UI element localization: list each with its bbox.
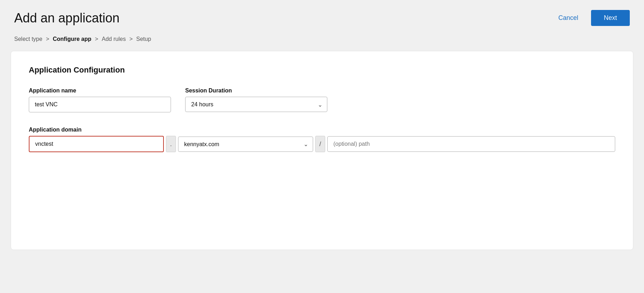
breadcrumb-sep-2: >	[95, 36, 98, 42]
domain-prefix-input[interactable]	[29, 136, 164, 152]
main-content: Application Configuration Application na…	[0, 51, 644, 261]
domain-select[interactable]: kennyatx.com	[178, 137, 313, 152]
form-row-top: Application name Session Duration 1 hour…	[29, 87, 615, 112]
domain-row: . kennyatx.com ⌄ /	[29, 136, 615, 152]
header-actions: Cancel Next	[553, 10, 630, 26]
next-button[interactable]: Next	[591, 10, 630, 26]
app-name-label: Application name	[29, 87, 171, 94]
domain-select-wrapper: kennyatx.com ⌄	[178, 137, 313, 152]
session-duration-label: Session Duration	[185, 87, 327, 94]
app-domain-label: Application domain	[29, 127, 615, 133]
app-name-group: Application name	[29, 87, 171, 112]
breadcrumb-configure-app: Configure app	[53, 36, 91, 42]
app-domain-group: Application domain . kennyatx.com ⌄ /	[29, 127, 615, 152]
domain-dot-separator: .	[166, 136, 176, 152]
breadcrumb-sep-3: >	[129, 36, 133, 42]
domain-slash-separator: /	[315, 136, 325, 152]
session-duration-select[interactable]: 1 hour 8 hours 24 hours 7 days 30 days	[185, 97, 327, 112]
domain-prefix-wrapper	[29, 136, 164, 152]
cancel-button[interactable]: Cancel	[553, 11, 584, 25]
breadcrumb-setup: Setup	[136, 36, 151, 42]
breadcrumb: Select type > Configure app > Add rules …	[0, 33, 644, 51]
session-duration-select-wrapper: 1 hour 8 hours 24 hours 7 days 30 days ⌄	[185, 97, 327, 112]
page-header: Add an application Cancel Next	[0, 0, 644, 33]
page-title: Add an application	[14, 11, 119, 26]
domain-path-input[interactable]	[327, 136, 615, 152]
breadcrumb-add-rules: Add rules	[102, 36, 126, 42]
session-duration-group: Session Duration 1 hour 8 hours 24 hours…	[185, 87, 327, 112]
breadcrumb-sep-1: >	[46, 36, 49, 42]
breadcrumb-select-type: Select type	[14, 36, 42, 42]
domain-path-wrapper	[327, 136, 615, 152]
card-title: Application Configuration	[29, 65, 615, 75]
application-configuration-card: Application Configuration Application na…	[11, 51, 633, 250]
app-name-input[interactable]	[29, 97, 171, 112]
